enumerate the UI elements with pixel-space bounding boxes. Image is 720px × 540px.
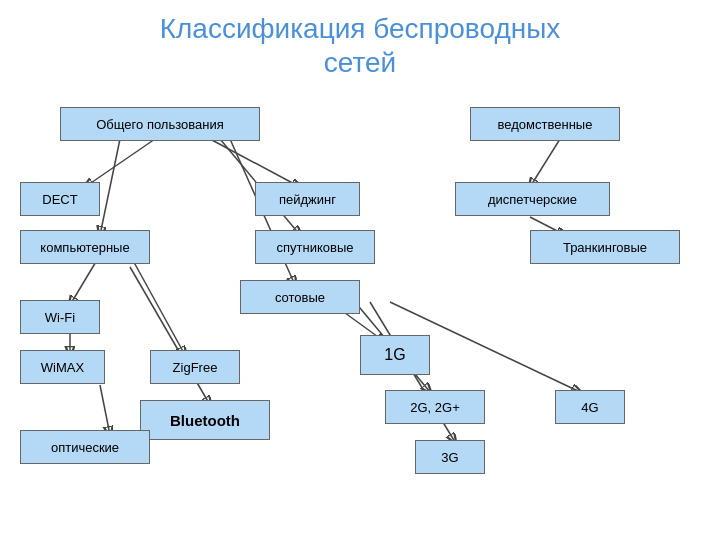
box-gen1: 1G: [360, 335, 430, 375]
box-gen2: 2G, 2G+: [385, 390, 485, 424]
box-wimax: WiMAX: [20, 350, 105, 384]
svg-line-5: [530, 139, 560, 187]
box-sputnikovye: спутниковые: [255, 230, 375, 264]
box-sotovye: сотовые: [240, 280, 360, 314]
box-dect: DECT: [20, 182, 100, 216]
box-trankingovye: Транкинговые: [530, 230, 680, 264]
box-vedomstvennye: ведомственные: [470, 107, 620, 141]
box-wifi: Wi-Fi: [20, 300, 100, 334]
diagram: Общего пользования ведомственные DECT пе…: [0, 87, 720, 527]
title-line1: Классификация беспроводных: [160, 13, 561, 44]
box-kompyuternye: компьютерные: [20, 230, 150, 264]
svg-line-11: [130, 267, 210, 405]
box-dispetcherskie: диспетчерские: [455, 182, 610, 216]
svg-line-9: [100, 385, 110, 435]
box-gen3: 3G: [415, 440, 485, 474]
box-gen4: 4G: [555, 390, 625, 424]
svg-line-2: [210, 139, 300, 187]
box-obschego: Общего пользования: [60, 107, 260, 141]
svg-line-10: [130, 255, 185, 355]
svg-line-1: [100, 139, 120, 235]
title-line2: сетей: [324, 47, 396, 78]
box-pejdzhing: пейджинг: [255, 182, 360, 216]
box-zigfree: ZigFree: [150, 350, 240, 384]
box-opticheskie: оптические: [20, 430, 150, 464]
box-bluetooth: Bluetooth: [140, 400, 270, 440]
page-title: Классификация беспроводных сетей: [0, 0, 720, 87]
svg-line-0: [85, 139, 155, 187]
